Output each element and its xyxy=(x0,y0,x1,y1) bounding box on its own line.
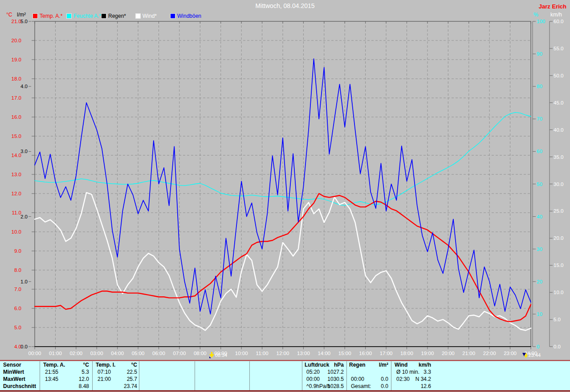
axis-label-temp: 21.0 xyxy=(12,19,21,24)
axis-label-temp: 15.0 xyxy=(12,133,21,139)
sunrise-time: 08:34 xyxy=(215,352,228,358)
axis-label-humidity: 80 xyxy=(537,84,542,89)
axis-label-time: 23:00 xyxy=(504,351,517,356)
chart-plot-area: 21.020.019.018.017.016.015.014.013.012.0… xyxy=(0,0,570,392)
axis-label-windspeed: 0.0 xyxy=(554,344,561,349)
axis-label-temp: 8.0 xyxy=(14,267,21,273)
axis-label-temp: 5.0 xyxy=(14,325,21,330)
axis-label-rain: 3.0 xyxy=(20,149,28,154)
sunrise-marker: 08:34 xyxy=(209,352,244,359)
axis-label-windspeed: 25.0 xyxy=(554,208,563,214)
axis-label-time: 12:00 xyxy=(277,351,289,356)
axis-label-temp: 6.0 xyxy=(14,306,21,311)
axis-label-time: 11:00 xyxy=(256,351,269,356)
axis-label-time: 15:00 xyxy=(338,351,351,356)
axis-label-time: 07:00 xyxy=(173,351,186,356)
axis-label-humidity: 40 xyxy=(537,214,542,219)
weather-chart-window: Mittwoch, 08.04.2015 Jarz Erich °C l/m² … xyxy=(0,0,570,392)
axis-label-windspeed: 15.0 xyxy=(554,263,563,268)
axis-label-time: 21:00 xyxy=(462,351,475,356)
axis-label-humidity: 70 xyxy=(537,116,542,121)
axis-label-time: 16:00 xyxy=(359,351,372,356)
axis-label-windspeed: 35.0 xyxy=(554,154,563,160)
axis-label-time: 17:00 xyxy=(380,351,393,356)
axis-label-temp: 7.0 xyxy=(14,287,21,292)
axis-label-time: 18:00 xyxy=(400,351,413,356)
axis-label-temp: 12.0 xyxy=(12,191,21,196)
axis-label-temp: 16.0 xyxy=(12,114,21,120)
axis-label-rain: 0.0 xyxy=(20,344,28,349)
axis-label-rain: 5.0 xyxy=(20,19,28,24)
axis-label-windspeed: 30.0 xyxy=(554,182,563,187)
axis-label-rain: 2.0 xyxy=(20,214,28,219)
summary-table xyxy=(0,361,570,390)
sunset-time: 23:44 xyxy=(529,352,541,358)
axis-label-temp: 11.0 xyxy=(12,210,21,215)
axis-label-temp: 10.0 xyxy=(12,229,21,234)
sunset-icon xyxy=(522,352,528,359)
axis-label-humidity: 10 xyxy=(537,311,542,317)
axis-label-humidity: 60 xyxy=(537,149,542,154)
axis-label-temp: 18.0 xyxy=(12,76,21,81)
axis-label-windspeed: 45.0 xyxy=(554,100,563,105)
axis-label-windspeed: 50.0 xyxy=(554,73,563,78)
sunset-marker: 23:44 xyxy=(522,352,558,359)
axis-label-temp: 17.0 xyxy=(12,95,21,101)
axis-label-rain: 1.0 xyxy=(20,279,28,284)
axis-label-time: 19:00 xyxy=(421,351,434,356)
axis-label-windspeed: 10.0 xyxy=(554,290,563,295)
axis-label-rain: 4.0 xyxy=(20,84,28,89)
axis-label-time: 08:00 xyxy=(194,351,207,356)
axis-label-humidity: 90 xyxy=(537,51,542,57)
axis-label-time: 03:00 xyxy=(90,351,103,356)
axis-label-time: 13:00 xyxy=(297,351,310,356)
axis-label-temp: 20.0 xyxy=(12,38,21,43)
axis-label-temp: 13.0 xyxy=(12,172,21,177)
axis-label-windspeed: 40.0 xyxy=(554,127,563,133)
axis-label-humidity: 50 xyxy=(537,182,542,187)
table-top-separator xyxy=(0,360,570,361)
axis-label-time: 22:00 xyxy=(483,351,496,356)
axis-label-time: 00:00 xyxy=(28,351,41,356)
axis-label-temp: 14.0 xyxy=(12,153,21,158)
axis-label-humidity: 30 xyxy=(537,247,542,252)
axis-label-time: 01:00 xyxy=(49,351,62,356)
axis-label-time: 04:00 xyxy=(111,351,124,356)
axis-label-humidity: 20 xyxy=(537,279,542,284)
axis-label-windspeed: 60.0 xyxy=(554,19,563,24)
axis-label-temp: 19.0 xyxy=(12,57,21,62)
axis-label-time: 20:00 xyxy=(442,351,455,356)
axis-label-time: 02:00 xyxy=(69,351,82,356)
axis-label-humidity: 100 xyxy=(537,19,545,24)
axis-label-windspeed: 55.0 xyxy=(554,46,563,51)
axis-label-windspeed: 20.0 xyxy=(554,235,563,241)
axis-label-temp: 9.0 xyxy=(14,248,21,254)
axis-label-time: 05:00 xyxy=(132,351,145,356)
table-bottom-separator xyxy=(0,390,570,392)
axis-label-time: 06:00 xyxy=(152,351,165,356)
sunrise-icon xyxy=(209,352,215,359)
axis-label-humidity: 0 xyxy=(537,344,539,349)
axis-label-windspeed: 5.0 xyxy=(554,317,561,322)
axis-label-time: 14:00 xyxy=(318,351,330,356)
